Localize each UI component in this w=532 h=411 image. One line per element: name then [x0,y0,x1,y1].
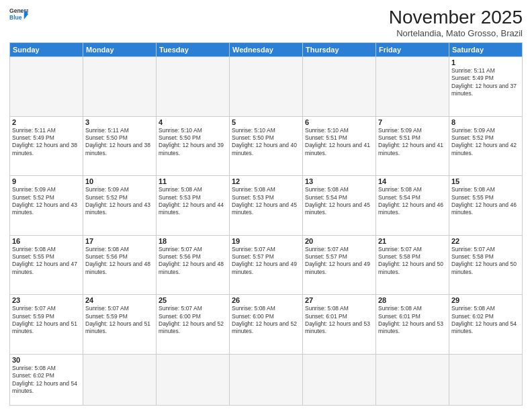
calendar-cell: 8Sunrise: 5:09 AMSunset: 5:52 PMDaylight… [449,116,523,176]
week-row-3: 16Sunrise: 5:08 AMSunset: 5:55 PMDayligh… [10,235,523,295]
title-block: November 2025 Nortelandia, Mato Grosso, … [389,7,523,38]
cell-info: Sunrise: 5:08 AMSunset: 6:02 PMDaylight:… [12,365,81,396]
cell-info: Sunrise: 5:10 AMSunset: 5:50 PMDaylight:… [232,127,300,158]
calendar-cell [157,57,230,117]
col-header-friday: Friday [376,43,449,57]
week-row-1: 2Sunrise: 5:11 AMSunset: 5:49 PMDaylight… [10,116,523,176]
day-number: 18 [159,237,227,245]
cell-info: Sunrise: 5:07 AMSunset: 5:58 PMDaylight:… [378,246,447,277]
calendar-cell: 22Sunrise: 5:07 AMSunset: 5:58 PMDayligh… [449,235,523,295]
day-number: 9 [12,177,81,185]
week-row-2: 9Sunrise: 5:09 AMSunset: 5:52 PMDaylight… [10,176,523,236]
page: General Blue November 2025 Nortelandia, … [0,0,532,411]
calendar-cell: 16Sunrise: 5:08 AMSunset: 5:55 PMDayligh… [10,235,83,295]
cell-info: Sunrise: 5:11 AMSunset: 5:49 PMDaylight:… [12,127,81,158]
col-header-sunday: Sunday [10,43,83,57]
cell-info: Sunrise: 5:08 AMSunset: 6:02 PMDaylight:… [451,305,520,336]
day-number: 1 [451,58,520,66]
calendar-cell: 24Sunrise: 5:07 AMSunset: 5:59 PMDayligh… [83,295,157,355]
cell-info: Sunrise: 5:08 AMSunset: 5:55 PMDaylight:… [451,186,520,217]
calendar-cell [230,354,303,405]
calendar-cell [10,57,83,117]
calendar-cell: 4Sunrise: 5:10 AMSunset: 5:50 PMDaylight… [157,116,230,176]
day-number: 12 [232,177,300,185]
col-header-saturday: Saturday [449,43,523,57]
cell-info: Sunrise: 5:08 AMSunset: 6:00 PMDaylight:… [232,305,300,336]
cell-info: Sunrise: 5:07 AMSunset: 5:59 PMDaylight:… [12,305,81,336]
day-number: 15 [451,177,520,185]
day-number: 28 [378,296,447,304]
cell-info: Sunrise: 5:11 AMSunset: 5:49 PMDaylight:… [451,67,520,98]
cell-info: Sunrise: 5:08 AMSunset: 6:01 PMDaylight:… [378,305,447,336]
day-number: 25 [159,296,227,304]
logo: General Blue [9,7,28,21]
calendar-cell [230,57,303,117]
day-number: 24 [85,296,154,304]
calendar-cell: 9Sunrise: 5:09 AMSunset: 5:52 PMDaylight… [10,176,83,236]
cell-info: Sunrise: 5:08 AMSunset: 5:54 PMDaylight:… [378,186,447,217]
cell-info: Sunrise: 5:09 AMSunset: 5:51 PMDaylight:… [378,127,447,158]
col-header-tuesday: Tuesday [157,43,230,57]
calendar-cell: 18Sunrise: 5:07 AMSunset: 5:56 PMDayligh… [157,235,230,295]
calendar-cell [376,354,449,405]
calendar-cell: 6Sunrise: 5:10 AMSunset: 5:51 PMDaylight… [303,116,376,176]
calendar-cell: 13Sunrise: 5:08 AMSunset: 5:54 PMDayligh… [303,176,376,236]
cell-info: Sunrise: 5:08 AMSunset: 5:54 PMDaylight:… [305,186,373,217]
calendar-cell: 15Sunrise: 5:08 AMSunset: 5:55 PMDayligh… [449,176,523,236]
week-row-4: 23Sunrise: 5:07 AMSunset: 5:59 PMDayligh… [10,295,523,355]
day-number: 7 [378,118,447,126]
day-number: 17 [85,237,154,245]
calendar-cell [83,354,157,405]
calendar-cell [83,57,157,117]
day-number: 5 [232,118,300,126]
calendar-cell: 27Sunrise: 5:08 AMSunset: 6:01 PMDayligh… [303,295,376,355]
cell-info: Sunrise: 5:09 AMSunset: 5:52 PMDaylight:… [451,127,520,158]
cell-info: Sunrise: 5:08 AMSunset: 5:53 PMDaylight:… [232,186,300,217]
cell-info: Sunrise: 5:08 AMSunset: 6:01 PMDaylight:… [305,305,373,336]
calendar-cell: 19Sunrise: 5:07 AMSunset: 5:57 PMDayligh… [230,235,303,295]
calendar-cell: 1Sunrise: 5:11 AMSunset: 5:49 PMDaylight… [449,57,523,117]
cell-info: Sunrise: 5:08 AMSunset: 5:55 PMDaylight:… [12,246,81,277]
cell-info: Sunrise: 5:07 AMSunset: 5:58 PMDaylight:… [451,246,520,277]
calendar-cell: 25Sunrise: 5:07 AMSunset: 6:00 PMDayligh… [157,295,230,355]
day-number: 10 [85,177,154,185]
cell-info: Sunrise: 5:10 AMSunset: 5:50 PMDaylight:… [159,127,227,158]
calendar-cell: 29Sunrise: 5:08 AMSunset: 6:02 PMDayligh… [449,295,523,355]
day-number: 13 [305,177,373,185]
day-number: 14 [378,177,447,185]
calendar-table: SundayMondayTuesdayWednesdayThursdayFrid… [9,42,523,406]
day-number: 21 [378,237,447,245]
cell-info: Sunrise: 5:10 AMSunset: 5:51 PMDaylight:… [305,127,373,158]
calendar-cell: 21Sunrise: 5:07 AMSunset: 5:58 PMDayligh… [376,235,449,295]
cell-info: Sunrise: 5:07 AMSunset: 6:00 PMDaylight:… [159,305,227,336]
col-header-thursday: Thursday [303,43,376,57]
week-row-0: 1Sunrise: 5:11 AMSunset: 5:49 PMDaylight… [10,57,523,117]
day-number: 29 [451,296,520,304]
calendar-header-row: SundayMondayTuesdayWednesdayThursdayFrid… [10,43,523,57]
calendar-cell: 7Sunrise: 5:09 AMSunset: 5:51 PMDaylight… [376,116,449,176]
col-header-monday: Monday [83,43,157,57]
day-number: 3 [85,118,154,126]
cell-info: Sunrise: 5:11 AMSunset: 5:50 PMDaylight:… [85,127,154,158]
cell-info: Sunrise: 5:07 AMSunset: 5:57 PMDaylight:… [305,246,373,277]
month-title: November 2025 [389,7,523,28]
calendar-cell: 2Sunrise: 5:11 AMSunset: 5:49 PMDaylight… [10,116,83,176]
calendar-cell: 30Sunrise: 5:08 AMSunset: 6:02 PMDayligh… [10,354,83,405]
calendar-cell [303,57,376,117]
calendar-cell: 28Sunrise: 5:08 AMSunset: 6:01 PMDayligh… [376,295,449,355]
day-number: 11 [159,177,227,185]
generalblue-logo-icon: General Blue [9,7,28,21]
calendar-cell [449,354,523,405]
day-number: 30 [12,356,81,364]
calendar-cell [376,57,449,117]
location: Nortelandia, Mato Grosso, Brazil [389,28,523,38]
calendar-cell: 23Sunrise: 5:07 AMSunset: 5:59 PMDayligh… [10,295,83,355]
calendar-cell: 3Sunrise: 5:11 AMSunset: 5:50 PMDaylight… [83,116,157,176]
calendar-cell: 20Sunrise: 5:07 AMSunset: 5:57 PMDayligh… [303,235,376,295]
header: General Blue November 2025 Nortelandia, … [9,7,523,38]
calendar-cell: 17Sunrise: 5:08 AMSunset: 5:56 PMDayligh… [83,235,157,295]
calendar-cell: 26Sunrise: 5:08 AMSunset: 6:00 PMDayligh… [230,295,303,355]
day-number: 19 [232,237,300,245]
calendar-cell: 12Sunrise: 5:08 AMSunset: 5:53 PMDayligh… [230,176,303,236]
cell-info: Sunrise: 5:08 AMSunset: 5:53 PMDaylight:… [159,186,227,217]
